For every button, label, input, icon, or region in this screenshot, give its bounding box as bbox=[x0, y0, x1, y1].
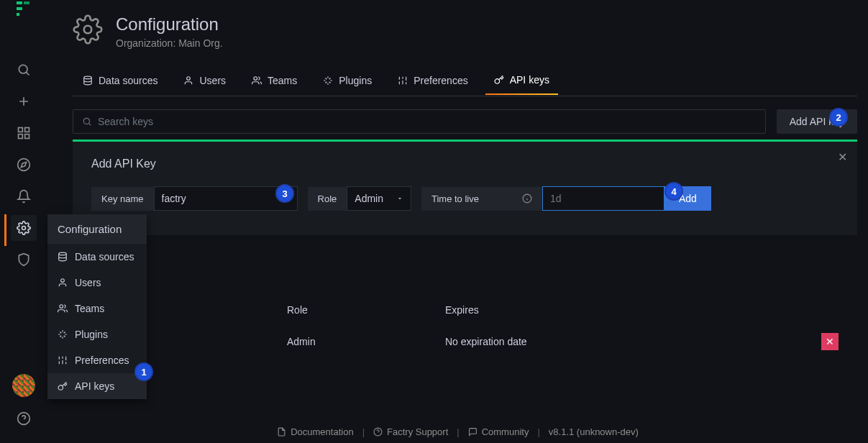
logo[interactable] bbox=[15, 0, 32, 17]
tab-label: Teams bbox=[268, 75, 297, 86]
panel-title: Add API Key bbox=[91, 157, 839, 170]
tab-label: Users bbox=[199, 75, 226, 86]
tab-label: API keys bbox=[510, 74, 549, 86]
nav-configuration[interactable] bbox=[11, 215, 37, 241]
flyout-item-plugins[interactable]: Plugins bbox=[47, 321, 147, 347]
tab-preferences[interactable]: Preferences bbox=[388, 67, 478, 96]
flyout-item-api-keys[interactable]: API keys bbox=[47, 373, 147, 399]
svg-rect-1 bbox=[24, 1, 29, 4]
svg-point-4 bbox=[19, 65, 27, 73]
flyout-item-preferences[interactable]: Preferences bbox=[47, 347, 147, 373]
nav-create[interactable] bbox=[11, 88, 37, 114]
svg-point-23 bbox=[84, 76, 92, 79]
svg-point-9 bbox=[18, 159, 30, 171]
callout-4: 4 bbox=[664, 182, 683, 201]
ttl-input[interactable] bbox=[542, 186, 664, 211]
search-input[interactable] bbox=[98, 116, 757, 127]
svg-rect-3 bbox=[17, 13, 19, 16]
tabs: Data sources Users Teams Plugins Prefere… bbox=[73, 67, 857, 96]
svg-point-15 bbox=[60, 305, 63, 309]
key-name-label: Key name bbox=[91, 187, 154, 211]
sidebar bbox=[0, 0, 47, 443]
nav-alerting[interactable] bbox=[11, 183, 37, 209]
info-icon[interactable] bbox=[522, 193, 532, 204]
svg-rect-0 bbox=[17, 1, 22, 4]
nav-explore[interactable] bbox=[11, 152, 37, 178]
flyout-label: Preferences bbox=[75, 355, 129, 366]
callout-3: 3 bbox=[275, 184, 294, 203]
chevron-down-icon bbox=[396, 195, 403, 202]
page-title: Configuration bbox=[116, 14, 223, 35]
svg-point-32 bbox=[83, 118, 89, 124]
table-row: factry Admin No expiration date ✕ bbox=[73, 324, 857, 359]
gear-icon bbox=[73, 14, 103, 47]
tab-plugins[interactable]: Plugins bbox=[313, 67, 382, 96]
search-box[interactable] bbox=[73, 109, 766, 134]
svg-point-14 bbox=[61, 279, 65, 283]
nav-search[interactable] bbox=[11, 57, 37, 83]
flyout-label: API keys bbox=[75, 380, 114, 392]
delete-button[interactable]: ✕ bbox=[821, 333, 839, 350]
svg-rect-7 bbox=[19, 134, 23, 139]
flyout-item-users[interactable]: Users bbox=[47, 270, 147, 296]
add-key-panel: ✕ Add API Key Key name Role Admin Time t… bbox=[73, 142, 857, 235]
nav-admin[interactable] bbox=[11, 247, 37, 273]
ttl-label: Time to live bbox=[421, 187, 542, 211]
callout-2: 2 bbox=[829, 108, 848, 127]
cell-role: Admin bbox=[287, 336, 445, 347]
svg-point-22 bbox=[84, 26, 92, 34]
tab-label: Data sources bbox=[99, 75, 157, 86]
close-icon[interactable]: ✕ bbox=[838, 150, 847, 164]
flyout-label: Data sources bbox=[75, 251, 134, 262]
svg-rect-8 bbox=[25, 134, 29, 139]
flyout-item-teams[interactable]: Teams bbox=[47, 296, 147, 321]
nav-help[interactable] bbox=[11, 406, 37, 431]
cell-expires: No expiration date bbox=[445, 336, 821, 347]
flyout-item-data-sources[interactable]: Data sources bbox=[47, 244, 147, 270]
footer-version: v8.1.1 (unknown-dev) bbox=[549, 426, 639, 437]
footer-community[interactable]: Community bbox=[468, 426, 529, 437]
active-indicator bbox=[4, 214, 6, 246]
footer-support[interactable]: Factry Support bbox=[373, 426, 448, 437]
svg-point-11 bbox=[22, 227, 26, 230]
role-select[interactable]: Admin bbox=[347, 186, 411, 211]
tab-api-keys[interactable]: API keys bbox=[484, 67, 559, 96]
search-icon bbox=[82, 117, 92, 127]
svg-rect-2 bbox=[17, 7, 22, 10]
flyout-label: Teams bbox=[75, 303, 104, 314]
svg-point-13 bbox=[59, 252, 67, 255]
tab-label: Plugins bbox=[339, 75, 372, 86]
tab-teams[interactable]: Teams bbox=[242, 67, 307, 96]
flyout-label: Users bbox=[75, 277, 101, 288]
svg-rect-6 bbox=[25, 128, 29, 132]
role-value: Admin bbox=[355, 193, 383, 204]
main-content: Configuration Organization: Main Org. Da… bbox=[47, 0, 868, 443]
page-subtitle: Organization: Main Org. bbox=[116, 37, 223, 49]
svg-rect-5 bbox=[19, 128, 23, 132]
tab-users[interactable]: Users bbox=[173, 67, 236, 96]
config-flyout: Configuration Data sources Users Teams P… bbox=[47, 214, 147, 399]
svg-point-24 bbox=[187, 77, 191, 81]
role-label: Role bbox=[308, 187, 347, 211]
svg-point-25 bbox=[254, 77, 257, 81]
col-header-expires: Expires bbox=[445, 304, 844, 316]
tab-label: Preferences bbox=[414, 75, 467, 86]
avatar[interactable] bbox=[12, 374, 35, 397]
flyout-header: Configuration bbox=[47, 214, 147, 244]
col-header-role: Role bbox=[287, 304, 445, 316]
footer: Documentation | Factry Support | Communi… bbox=[47, 421, 868, 443]
tab-data-sources[interactable]: Data sources bbox=[73, 67, 168, 96]
callout-1: 1 bbox=[134, 362, 153, 381]
nav-dashboards[interactable] bbox=[11, 120, 37, 146]
svg-marker-10 bbox=[21, 162, 26, 167]
api-keys-table: Name Role Expires factry Admin No expira… bbox=[73, 296, 857, 359]
flyout-label: Plugins bbox=[75, 329, 108, 340]
footer-doc[interactable]: Documentation bbox=[277, 426, 353, 437]
